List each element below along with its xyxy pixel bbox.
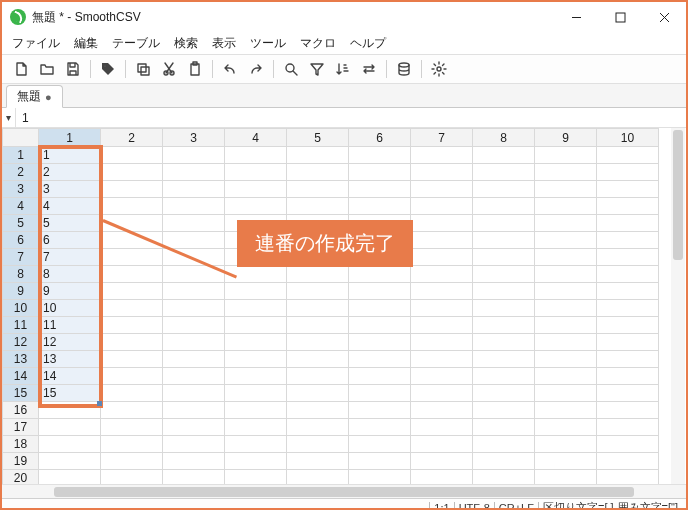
cell[interactable] bbox=[101, 283, 163, 300]
menu-macro[interactable]: マクロ bbox=[294, 33, 342, 54]
undo-icon[interactable] bbox=[217, 56, 243, 82]
cell[interactable] bbox=[101, 249, 163, 266]
cell[interactable] bbox=[411, 334, 473, 351]
cell[interactable]: 7 bbox=[39, 249, 101, 266]
cell[interactable] bbox=[473, 232, 535, 249]
cell[interactable] bbox=[597, 283, 659, 300]
cell[interactable] bbox=[287, 300, 349, 317]
cell[interactable] bbox=[597, 385, 659, 402]
cell[interactable] bbox=[101, 402, 163, 419]
menu-tool[interactable]: ツール bbox=[244, 33, 292, 54]
cell[interactable] bbox=[349, 164, 411, 181]
cell[interactable] bbox=[597, 436, 659, 453]
cell[interactable] bbox=[225, 470, 287, 485]
cell[interactable] bbox=[473, 181, 535, 198]
cell[interactable] bbox=[535, 436, 597, 453]
database-icon[interactable] bbox=[391, 56, 417, 82]
row-header[interactable]: 8 bbox=[3, 266, 39, 283]
cell[interactable]: 8 bbox=[39, 266, 101, 283]
row-header[interactable]: 6 bbox=[3, 232, 39, 249]
cell[interactable] bbox=[411, 368, 473, 385]
cell[interactable] bbox=[535, 249, 597, 266]
cell[interactable] bbox=[473, 317, 535, 334]
close-button[interactable] bbox=[642, 3, 686, 31]
cell[interactable] bbox=[287, 283, 349, 300]
cell[interactable] bbox=[349, 300, 411, 317]
cell[interactable] bbox=[535, 470, 597, 485]
cell[interactable] bbox=[101, 419, 163, 436]
cell[interactable] bbox=[535, 232, 597, 249]
cell[interactable] bbox=[287, 266, 349, 283]
cell[interactable] bbox=[225, 283, 287, 300]
cell[interactable] bbox=[225, 402, 287, 419]
cell[interactable] bbox=[225, 317, 287, 334]
cell[interactable] bbox=[535, 334, 597, 351]
cell[interactable] bbox=[287, 351, 349, 368]
cell[interactable] bbox=[411, 419, 473, 436]
cell[interactable] bbox=[597, 351, 659, 368]
cell[interactable] bbox=[349, 470, 411, 485]
cell[interactable] bbox=[535, 147, 597, 164]
cell[interactable]: 10 bbox=[39, 300, 101, 317]
menu-file[interactable]: ファイル bbox=[6, 33, 66, 54]
cell[interactable] bbox=[473, 402, 535, 419]
col-header[interactable]: 4 bbox=[225, 129, 287, 147]
cell[interactable] bbox=[535, 215, 597, 232]
row-header[interactable]: 3 bbox=[3, 181, 39, 198]
col-header[interactable]: 6 bbox=[349, 129, 411, 147]
cell[interactable] bbox=[163, 198, 225, 215]
cell[interactable] bbox=[225, 453, 287, 470]
row-header[interactable]: 10 bbox=[3, 300, 39, 317]
row-header[interactable]: 16 bbox=[3, 402, 39, 419]
corner-cell[interactable] bbox=[3, 129, 39, 147]
cell[interactable] bbox=[287, 453, 349, 470]
cell[interactable] bbox=[101, 385, 163, 402]
cell[interactable] bbox=[225, 147, 287, 164]
cell[interactable] bbox=[411, 317, 473, 334]
cell[interactable] bbox=[101, 368, 163, 385]
cell[interactable] bbox=[349, 317, 411, 334]
cell[interactable] bbox=[163, 385, 225, 402]
cell[interactable] bbox=[535, 164, 597, 181]
cell[interactable] bbox=[287, 334, 349, 351]
cell[interactable] bbox=[101, 334, 163, 351]
cell[interactable] bbox=[411, 453, 473, 470]
cell[interactable] bbox=[163, 283, 225, 300]
cell[interactable] bbox=[597, 300, 659, 317]
cell[interactable] bbox=[225, 351, 287, 368]
cell[interactable] bbox=[597, 368, 659, 385]
cell[interactable] bbox=[101, 300, 163, 317]
cell[interactable] bbox=[597, 419, 659, 436]
row-header[interactable]: 12 bbox=[3, 334, 39, 351]
row-header[interactable]: 2 bbox=[3, 164, 39, 181]
row-header[interactable]: 15 bbox=[3, 385, 39, 402]
cell[interactable] bbox=[597, 164, 659, 181]
cell[interactable] bbox=[225, 334, 287, 351]
cell[interactable] bbox=[473, 147, 535, 164]
cell[interactable]: 2 bbox=[39, 164, 101, 181]
cell[interactable] bbox=[535, 402, 597, 419]
cell[interactable] bbox=[535, 266, 597, 283]
cell[interactable] bbox=[411, 266, 473, 283]
cell[interactable] bbox=[411, 215, 473, 232]
cell[interactable] bbox=[101, 351, 163, 368]
cell[interactable] bbox=[597, 232, 659, 249]
cell[interactable] bbox=[535, 300, 597, 317]
col-header[interactable]: 5 bbox=[287, 129, 349, 147]
cell[interactable] bbox=[411, 283, 473, 300]
cell[interactable] bbox=[287, 368, 349, 385]
row-header[interactable]: 20 bbox=[3, 470, 39, 485]
cell[interactable]: 4 bbox=[39, 198, 101, 215]
cell[interactable]: 13 bbox=[39, 351, 101, 368]
fill-handle[interactable] bbox=[97, 401, 102, 406]
cell[interactable] bbox=[101, 317, 163, 334]
cell[interactable] bbox=[225, 385, 287, 402]
cell[interactable] bbox=[163, 436, 225, 453]
cell[interactable] bbox=[597, 453, 659, 470]
cell[interactable] bbox=[163, 317, 225, 334]
cell[interactable] bbox=[349, 351, 411, 368]
cell[interactable]: 11 bbox=[39, 317, 101, 334]
cell[interactable] bbox=[287, 385, 349, 402]
cell[interactable] bbox=[163, 368, 225, 385]
new-file-icon[interactable] bbox=[8, 56, 34, 82]
